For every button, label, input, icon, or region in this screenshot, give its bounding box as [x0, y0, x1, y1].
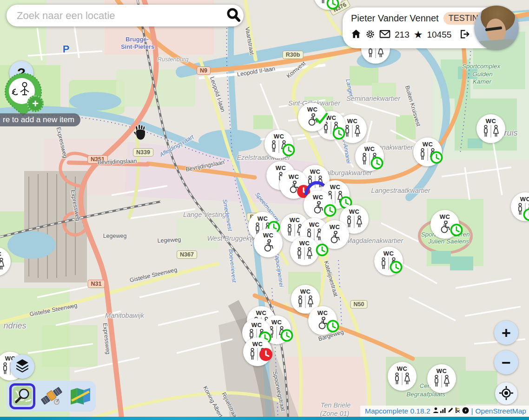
- toilet-marker[interactable]: WC: [298, 103, 327, 131]
- toilet-marker-label: WC: [0, 251, 1, 257]
- toilet-marker-label: WC: [252, 341, 263, 348]
- home-button[interactable]: [351, 29, 361, 40]
- toilet-marker-label: WC: [520, 196, 529, 203]
- toilet-marker-label: WC: [347, 118, 358, 125]
- wheelchair-toilet-icon: [261, 239, 275, 254]
- wheelchair-toilet-icon: [305, 113, 319, 128]
- toilet-marker[interactable]: WC: [290, 236, 319, 265]
- changesets-button[interactable]: ★: [414, 30, 423, 40]
- toilet-marker-label: WC: [330, 184, 341, 190]
- theme-flag-icon[interactable]: [455, 407, 461, 415]
- toilet-marker[interactable]: WC: [308, 306, 337, 335]
- toilet-marker[interactable]: WC: [314, 0, 343, 10]
- attribution-bar: Mapcomplete 0.18.2 | OpenStreetMap: [360, 406, 529, 417]
- style-map-button[interactable]: [68, 383, 93, 409]
- toilet-marker[interactable]: WC: [388, 362, 417, 391]
- toilet-icon: [359, 153, 380, 167]
- messages-button[interactable]: [379, 29, 390, 40]
- toilet-marker-label: WC: [309, 222, 320, 228]
- toilet-marker-label: WC: [349, 209, 360, 215]
- toilet-marker[interactable]: WC: [279, 170, 308, 199]
- gear-icon: [365, 29, 375, 40]
- folded-map-icon: [70, 386, 91, 407]
- toilet-marker-label: WC: [313, 194, 324, 201]
- toilet-marker-label: WC: [330, 224, 340, 230]
- settings-button[interactable]: [365, 29, 375, 40]
- add-item-plus-button[interactable]: +: [27, 95, 44, 112]
- mapcomplete-version-link[interactable]: Mapcomplete 0.18.2: [365, 407, 430, 415]
- toilet-marker[interactable]: WC: [304, 190, 332, 219]
- wheelchair-toilet-icon: [287, 181, 301, 195]
- avatar[interactable]: [474, 6, 519, 50]
- toilet-marker[interactable]: WC: [264, 130, 293, 158]
- toilet-icon: [391, 373, 413, 387]
- geolocate-icon: [498, 385, 514, 402]
- toilet-icon: [431, 375, 452, 389]
- toilet-marker[interactable]: WC: [243, 337, 272, 366]
- zoom-in-button[interactable]: +: [494, 321, 518, 345]
- toilet-marker[interactable]: WC: [355, 142, 384, 171]
- opening-hours-badge: [450, 223, 463, 238]
- toilet-marker-label: WC: [256, 310, 267, 316]
- toilet-marker[interactable]: WC: [413, 138, 442, 166]
- toilet-marker[interactable]: WC: [254, 229, 283, 257]
- toilet-marker-label: WC: [310, 169, 321, 175]
- layers-button[interactable]: [10, 354, 34, 379]
- toilet-marker-label: WC: [317, 310, 328, 316]
- map-viewport[interactable]: Brugge-Sint-PietersPRustenburgVaartstraa…: [0, 0, 529, 420]
- logout-icon: [459, 29, 470, 40]
- toilet-icon: [268, 140, 290, 155]
- toilet-marker-label: WC: [263, 232, 274, 239]
- toilet-marker-label: WC: [258, 216, 268, 222]
- toilet-icon: [378, 257, 399, 272]
- toilet-marker-label: WC: [271, 319, 282, 326]
- contributors-icon[interactable]: [433, 407, 439, 415]
- toilet-marker-label: WC: [364, 146, 375, 152]
- geolocate-button[interactable]: [495, 382, 517, 405]
- toilet-marker-label: WC: [299, 240, 310, 247]
- star-icon: ★: [414, 30, 423, 40]
- toilet-marker-label: WC: [276, 165, 286, 171]
- toilet-marker[interactable]: WC: [476, 114, 505, 143]
- toilet-icon: [480, 125, 502, 139]
- toilet-icon: [0, 258, 7, 272]
- edit-pencil-icon[interactable]: [447, 407, 454, 415]
- wheelchair-toilet-icon: [311, 201, 325, 216]
- toilet-marker[interactable]: WC: [0, 247, 11, 276]
- toilet-marker[interactable]: WC: [374, 247, 403, 276]
- toilet-marker-label: WC: [423, 141, 433, 148]
- style-osm-button[interactable]: [9, 383, 35, 409]
- toilet-marker-label: WC: [289, 174, 299, 180]
- osm-map-icon: [12, 385, 33, 408]
- style-satellite-button[interactable]: [39, 383, 64, 409]
- toilet-marker[interactable]: WC: [427, 364, 456, 393]
- toilet-marker-label: WC: [326, 115, 337, 121]
- toilet-marker[interactable]: WC: [320, 220, 349, 249]
- toilet-icon: [295, 295, 316, 310]
- search-button[interactable]: [223, 6, 244, 26]
- stars-count: 10455: [427, 30, 451, 40]
- envelope-icon: [379, 29, 390, 40]
- openstreetmap-link[interactable]: OpenStreetMap: [476, 407, 526, 415]
- toilet-marker-label: WC: [384, 250, 394, 257]
- toilet-icon: [515, 203, 529, 217]
- search-bar: [7, 5, 244, 26]
- search-input[interactable]: [16, 9, 223, 22]
- search-icon: [225, 7, 241, 24]
- logout-button[interactable]: [459, 29, 470, 40]
- statistics-icon[interactable]: [440, 407, 446, 415]
- toilet-marker-label: WC: [440, 214, 450, 220]
- toilet-marker-label: WC: [300, 289, 311, 295]
- wheelchair-toilet-icon: [316, 317, 330, 331]
- toilet-marker[interactable]: WC: [430, 210, 459, 239]
- mastodon-badge-icon[interactable]: [462, 407, 469, 416]
- messages-count: 213: [395, 30, 410, 40]
- user-name[interactable]: Pieter Vander Vennet: [351, 13, 439, 24]
- toilet-marker[interactable]: WC: [511, 192, 529, 221]
- add-item-tooltip: re to add a new item: [0, 113, 80, 126]
- toilet-marker-label: WC: [397, 366, 408, 372]
- bottom-accent-bar: [0, 417, 529, 420]
- map-markers: WCWCWCWCWCWCWCWCWCWCWCWCWCWCWCWCWCWCWCWC…: [0, 0, 529, 420]
- wheelchair-toilet-icon: [328, 231, 342, 245]
- zoom-out-button[interactable]: −: [494, 350, 518, 374]
